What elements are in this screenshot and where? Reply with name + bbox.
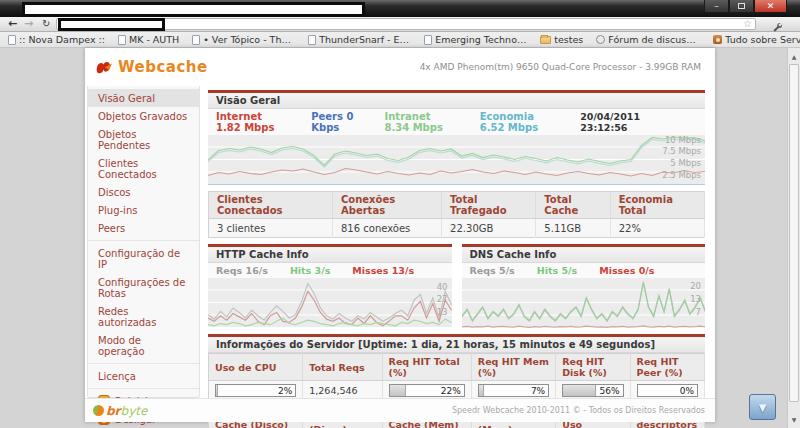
browser-titlebar: – ✕ (0, 0, 800, 17)
total-reqs-value: 1,264,546 (303, 381, 382, 400)
table-row: 2% 1,264,546 22% 7% 56% 0% (209, 381, 705, 400)
sidebar-item-licenca[interactable]: Licença (88, 367, 199, 385)
bookmark-label: Tudo sobre Serviço ... (725, 34, 800, 45)
cpu-usage-value: 2% (278, 385, 292, 397)
sidebar-item-modo-operacao[interactable]: Modo de operação (88, 331, 199, 360)
sidebar-item-visao-geral[interactable]: Visão Geral (88, 89, 199, 107)
legend-reqs: Reqs 5/s (470, 265, 515, 276)
bookmark-item[interactable]: • Ver Tópico - Thun... (192, 34, 295, 45)
bookmark-label: ThunderSnarf - Estat... (319, 34, 411, 45)
timestamp: 20/04/2011 23:12:56 (580, 111, 697, 133)
brbyte-logo-byte: byte (121, 404, 148, 418)
bookmark-item[interactable]: Tudo sobre Serviço ... (713, 34, 800, 45)
y-axis-label: 13 (437, 307, 448, 317)
brbyte-logo[interactable]: brbyte (93, 404, 147, 418)
legend-peers: Peers 0 Kbps (311, 111, 358, 133)
sidebar-item-redes-autorizadas[interactable]: Redes autorizadas (88, 302, 199, 331)
hit-total-bar: 22% (389, 384, 465, 397)
forward-icon[interactable]: → (24, 17, 33, 31)
clientes-value: 3 clientes (209, 219, 333, 238)
maximize-button[interactable] (729, 0, 754, 13)
vertical-scrollbar[interactable]: ▲ ▼ (787, 48, 800, 428)
bandwidth-legend: Internet 1.82 Mbps Peers 0 Kbps Intranet… (208, 109, 705, 135)
dns-cache-panel: DNS Cache Info Reqs 5/s Hits 5/s Misses … (462, 244, 706, 328)
column-header: Total Cache (536, 192, 610, 219)
column-header: Req HIT Peer (%) (630, 354, 704, 381)
http-cache-panel: HTTP Cache Info Reqs 16/s Hits 3/s Misse… (208, 244, 452, 328)
bookmark-label: • Ver Tópico - Thun... (203, 34, 295, 45)
bookmark-item[interactable]: testes (540, 34, 583, 45)
hit-disk-value: 56% (600, 385, 620, 397)
redacted-tab-title[interactable] (22, 2, 365, 17)
bookmark-item[interactable]: Emerging Technolo... (424, 34, 527, 45)
column-header: Economia Total (610, 192, 704, 219)
sidebar-item-configuracoes-rotas[interactable]: Configurações de Rotas (88, 273, 199, 302)
browser-toolbar: ← → ↻ ☆ (0, 17, 800, 32)
column-header: Req HIT Total (%) (382, 354, 471, 381)
dns-legend: Reqs 5/s Hits 5/s Misses 0/s (462, 263, 706, 278)
y-axis-label: 7 (696, 307, 701, 317)
bookmark-label: :: Nova Dampex :: (19, 34, 105, 45)
legend-hits: Hits 5/s (537, 265, 577, 276)
scroll-down-widget[interactable]: ▼ (749, 394, 776, 420)
sidebar-item-objetos-gravados[interactable]: Objetos Gravados (88, 107, 199, 125)
webcache-app: Webcache 4x AMD Phenom(tm) 9650 Quad-Cor… (85, 48, 715, 422)
bookmark-item[interactable]: MK - AUTH (118, 34, 179, 45)
y-axis-label: 40 (437, 282, 448, 292)
sidebar-item-peers[interactable]: Peers (88, 219, 199, 237)
overview-panel-title: Visão Geral (208, 90, 705, 109)
bookmark-item[interactable]: Fórum de discussão ... (596, 34, 700, 45)
summary-table: Clientes Conectados Conexões Abertas Tot… (208, 191, 705, 238)
page-icon (192, 35, 200, 45)
y-axis-label: 2.5 Mbps (662, 170, 701, 180)
column-header: Req HIT Mem (%) (471, 354, 555, 381)
page-icon (8, 35, 16, 45)
bookmark-label: MK - AUTH (129, 34, 179, 45)
reload-icon[interactable]: ↻ (42, 17, 50, 31)
window-controls: – ✕ (704, 0, 787, 13)
bookmark-item[interactable]: ThunderSnarf - Estat... (308, 34, 411, 45)
column-header: Req HIT Disk (%) (556, 354, 630, 381)
minimize-button[interactable]: – (704, 0, 729, 13)
back-icon[interactable]: ← (8, 17, 17, 31)
app-footer: brbyte Speedr Webcache 2010-2011 © - Tod… (85, 398, 715, 422)
legend-reqs: Reqs 16/s (216, 265, 268, 276)
column-header: Conexões Abertas (333, 192, 442, 219)
page-background: Webcache 4x AMD Phenom(tm) 9650 Quad-Cor… (0, 48, 800, 428)
y-axis-label: 7.5 Mbps (662, 146, 701, 156)
http-panel-title: HTTP Cache Info (208, 244, 452, 263)
column-header: Uso de CPU (209, 354, 303, 381)
column-header: Total Trafegado (442, 192, 536, 219)
hit-total-value: 22% (441, 385, 461, 397)
sidebar-item-discos[interactable]: Discos (88, 183, 199, 201)
y-axis-label: 27 (437, 294, 448, 304)
bookmarks-bar: :: Nova Dampex :: MK - AUTH • Ver Tópico… (0, 32, 800, 48)
bookmark-item[interactable]: :: Nova Dampex :: (8, 34, 105, 45)
hit-peer-value: 0% (680, 385, 694, 397)
hit-mem-value: 7% (531, 385, 545, 397)
http-chart: 40 27 13 (208, 278, 452, 328)
wrench-menu-icon[interactable] (772, 18, 782, 37)
scrollbar-up-arrow[interactable]: ▲ (788, 50, 800, 63)
sidebar: Visão Geral Objetos Gravados Objetos Pen… (87, 86, 200, 398)
dns-chart: 20 13 7 (462, 278, 706, 328)
scrollbar-thumb[interactable] (789, 64, 799, 402)
camera-icon (713, 35, 722, 44)
economia-value: 22% (610, 219, 704, 238)
cpu-usage-bar: 2% (215, 384, 296, 397)
bookmark-label: testes (554, 34, 583, 45)
webcache-logo: Webcache (95, 58, 208, 76)
sidebar-item-plugins[interactable]: Plug-ins (88, 201, 199, 219)
folder-icon (540, 36, 551, 44)
sidebar-item-clientes-conectados[interactable]: Clientes Conectados (88, 154, 199, 183)
bookmark-star-icon[interactable]: ☆ (743, 18, 752, 29)
server-panel-title: Informações do Servidor [Uptime: 1 dia, … (208, 334, 705, 353)
sidebar-item-objetos-pendentes[interactable]: Objetos Pendentes (88, 125, 199, 154)
scrollbar-down-arrow[interactable]: ▼ (788, 413, 800, 426)
trafegado-value: 22.30GB (442, 219, 536, 238)
close-button[interactable]: ✕ (754, 0, 787, 13)
legend-internet: Internet 1.82 Mbps (216, 111, 285, 133)
dns-panel-title: DNS Cache Info (462, 244, 706, 263)
sidebar-item-configuracao-ip[interactable]: Configuração de IP (88, 244, 199, 273)
legend-economia: Economia 6.52 Mbps (480, 111, 554, 133)
